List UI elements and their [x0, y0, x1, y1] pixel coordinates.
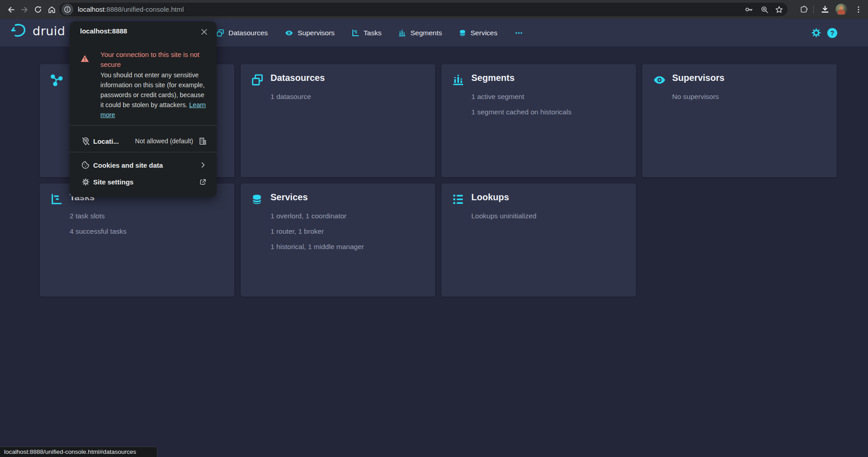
nav-menu: Datasources Supervisors Tasks Segments S… — [216, 19, 523, 47]
url-path: :8888/unified-console.html — [104, 5, 184, 13]
card-line: 1 historical, 1 middle manager — [270, 239, 364, 254]
extensions-button[interactable] — [796, 1, 812, 18]
close-icon — [201, 28, 208, 35]
avatar-figure-body — [838, 9, 845, 14]
popup-divider — [70, 125, 217, 126]
kebab-menu-icon — [854, 5, 863, 14]
downloads-button[interactable] — [817, 1, 833, 18]
star-icon — [775, 5, 783, 14]
card-line: 1 datasource — [270, 89, 311, 104]
nav-item-label: Segments — [410, 29, 442, 37]
reload-icon — [34, 5, 42, 14]
card-line: No supervisors — [672, 89, 719, 104]
status-link-text: localhost:8888/unified-console.html#data… — [4, 448, 136, 455]
tasks-icon — [351, 29, 360, 37]
card-services[interactable]: Services 1 overlord, 1 coordinator 1 rou… — [241, 184, 435, 297]
gear-small-icon — [81, 178, 90, 186]
datasources-icon — [216, 29, 224, 37]
gear-icon — [811, 28, 821, 38]
nav-item-tasks[interactable]: Tasks — [351, 29, 382, 37]
site-settings-row[interactable]: Site settings — [70, 172, 217, 191]
puzzle-icon — [800, 5, 808, 14]
home-icon — [47, 5, 56, 14]
back-arrow-icon — [7, 5, 15, 14]
location-value: Not allowed (default) — [135, 137, 193, 145]
profile-avatar[interactable] — [835, 4, 847, 15]
card-segments[interactable]: Segments 1 active segment 1 segment cach… — [441, 64, 636, 177]
segments-icon — [398, 29, 406, 37]
site-info-icon — [64, 6, 71, 13]
address-bar[interactable]: localhost:8888/unified-console.html — [59, 3, 787, 16]
services-icon — [459, 29, 466, 37]
browser-menu-button[interactable] — [850, 1, 867, 18]
datasources-icon — [251, 74, 264, 86]
url-host: localhost — [78, 5, 104, 13]
services-icon — [251, 193, 263, 206]
nav-item-label: Tasks — [364, 29, 382, 37]
card-line: 1 overlord, 1 coordinator — [270, 208, 364, 224]
site-settings-label: Site settings — [93, 178, 133, 186]
home-button[interactable] — [43, 1, 60, 18]
druid-logo-icon — [10, 23, 28, 38]
nav-item-services[interactable]: Services — [459, 29, 497, 37]
building-icon — [199, 137, 207, 145]
popup-divider — [70, 152, 217, 152]
tasks-icon — [50, 193, 63, 206]
card-line: 1 router, 1 broker — [270, 224, 364, 239]
site-info-popup: localhost:8888 Your connection to this s… — [70, 21, 217, 197]
lookups-icon — [452, 193, 465, 206]
nav-item-datasources[interactable]: Datasources — [216, 29, 268, 37]
status-bubble: localhost:8888/unified-console.html#data… — [0, 447, 157, 457]
card-line: Lookups uninitialized — [471, 208, 536, 224]
druid-brand[interactable]: druid — [10, 23, 66, 38]
warning-body: You should not enter any sensitive infor… — [100, 70, 209, 120]
card-title: Services — [270, 192, 308, 203]
popup-close-button[interactable] — [199, 26, 209, 37]
druid-wordmark: druid — [33, 24, 66, 38]
help-button[interactable]: ? — [827, 28, 837, 38]
download-icon — [821, 5, 830, 14]
password-manager-button[interactable] — [744, 4, 754, 15]
nav-item-label: Services — [470, 29, 497, 37]
card-datasources[interactable]: Datasources 1 datasource — [241, 64, 435, 177]
warning-title: Your connection to this site is not secu… — [100, 50, 209, 70]
zoom-button[interactable] — [759, 4, 770, 15]
location-permission-row[interactable]: Locati... Not allowed (default) — [70, 129, 217, 153]
site-info-button[interactable] — [62, 4, 73, 15]
cookie-icon — [81, 160, 90, 170]
forward-arrow-icon — [20, 5, 29, 14]
nav-item-label: Supervisors — [298, 29, 335, 37]
popup-title: localhost:8888 — [80, 27, 127, 35]
key-icon — [745, 5, 754, 14]
bookmark-button[interactable] — [773, 4, 784, 15]
card-title: Lookups — [471, 192, 509, 203]
nav-item-label: Datasources — [228, 29, 268, 37]
question-mark-icon: ? — [830, 29, 834, 37]
card-line: 1 segment cached on historicals — [471, 104, 571, 120]
supervisors-icon — [285, 29, 294, 37]
chevron-right-icon — [199, 161, 207, 169]
url-text: localhost:8888/unified-console.html — [78, 3, 184, 16]
warning-triangle-icon — [81, 55, 89, 62]
card-line: 4 successful tasks — [70, 224, 127, 239]
more-ellipsis-icon — [514, 29, 523, 37]
cookies-row[interactable]: Cookies and site data — [70, 155, 217, 174]
settings-button[interactable] — [811, 28, 821, 38]
location-off-icon — [81, 137, 90, 146]
card-tasks[interactable]: Tasks 2 task slots 4 successful tasks — [40, 184, 234, 297]
nav-item-segments[interactable]: Segments — [398, 29, 442, 37]
toolbar-divider — [813, 5, 814, 14]
card-title: Segments — [471, 73, 515, 83]
card-line: 2 task slots — [70, 208, 127, 224]
external-link-icon — [199, 178, 207, 186]
nav-item-more[interactable] — [514, 29, 523, 37]
card-title: Datasources — [270, 73, 325, 83]
nav-right: ? — [811, 19, 837, 47]
network-icon — [50, 74, 63, 86]
card-supervisors[interactable]: Supervisors No supervisors — [642, 64, 837, 177]
card-lookups[interactable]: Lookups Lookups uninitialized — [441, 184, 636, 297]
segments-icon — [452, 74, 465, 86]
nav-item-supervisors[interactable]: Supervisors — [285, 29, 335, 37]
supervisors-icon — [653, 74, 666, 86]
cookies-label: Cookies and site data — [93, 161, 163, 169]
